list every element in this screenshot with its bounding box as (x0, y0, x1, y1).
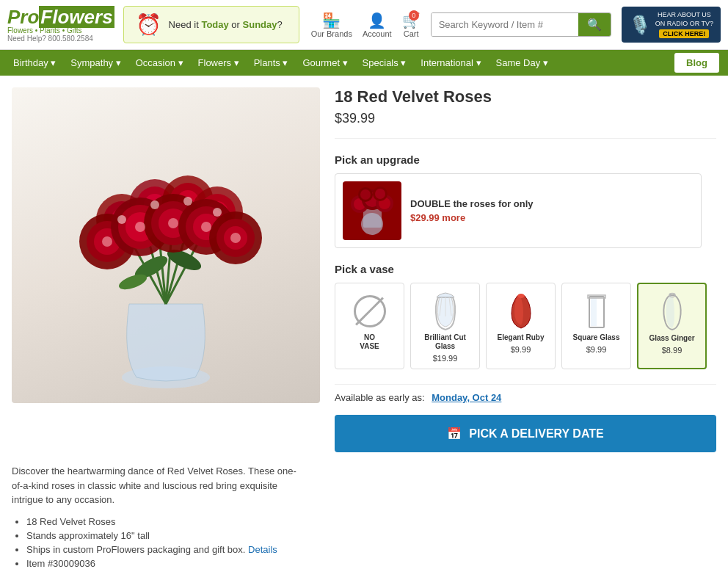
product-bullets: 18 Red Velvet Roses Stands approximately… (26, 516, 296, 569)
nav-item-gourmet[interactable]: Gourmet ▾ (295, 50, 354, 76)
svg-point-37 (117, 215, 126, 224)
logo[interactable]: ProFlowers Flowers • Plants • Gifts Need… (7, 7, 114, 43)
vase-option-ginger[interactable]: Glass Ginger $8.99 (637, 283, 707, 369)
cart-count: 0 (409, 10, 419, 21)
brilliant-vase-svg (431, 290, 460, 333)
bullet-2: Stands approximately 16" tall (26, 530, 296, 541)
upgrade-rose-icon (345, 184, 400, 239)
brands-label: Our Brands (311, 29, 352, 38)
brilliant-vase-price: $19.99 (415, 354, 475, 363)
square-vase-price: $9.99 (567, 345, 626, 354)
availability: Available as early as: Monday, Oct 24 (335, 384, 716, 403)
cart-label: Cart (404, 29, 419, 38)
nav-item-birthday[interactable]: Birthday ▾ (6, 50, 63, 76)
nav-item-same-day[interactable]: Same Day ▾ (489, 50, 556, 76)
bullet-4: Item #30009036 (26, 558, 296, 569)
vase-option-no-vase-label: NOVASE (340, 333, 399, 351)
nav-item-plants[interactable]: Plants ▾ (247, 50, 296, 76)
svg-rect-47 (363, 209, 382, 228)
bullet-1: 18 Red Velvet Roses (26, 516, 296, 527)
vase-options: NOVASE Br (335, 283, 716, 369)
cta-label: PICK A DELIVERY DATE (469, 427, 603, 441)
upgrade-box[interactable]: DOUBLE the roses for only $29.99 more (335, 173, 702, 248)
svg-point-42 (135, 222, 145, 232)
product-description: Discover the heartwarming dance of Red V… (0, 464, 308, 569)
our-brands-link[interactable]: 🏪 Our Brands (311, 12, 352, 38)
nav-item-sympathy[interactable]: Sympathy ▾ (63, 50, 128, 76)
upgrade-title: DOUBLE the roses for only (410, 198, 534, 209)
product-info: 18 Red Velvet Roses $39.99 Pick an upgra… (335, 87, 716, 452)
vase-option-square[interactable]: Square Glass $9.99 (561, 283, 631, 369)
logo-brand: ProFlowers (7, 7, 114, 26)
blog-button[interactable]: Blog (674, 53, 719, 73)
today-link[interactable]: Today (201, 19, 228, 30)
nav: Birthday ▾ Sympathy ▾ Occasion ▾ Flowers… (0, 50, 728, 76)
svg-point-41 (102, 236, 112, 247)
svg-point-57 (375, 189, 385, 199)
ruby-vase-svg (507, 290, 535, 333)
logo-help: Need Help? 800.580.2584 (7, 35, 114, 43)
svg-point-43 (168, 218, 178, 228)
delivery-banner: ⏰ Need it Today or Sunday? (123, 6, 299, 43)
ruby-vase-icon (491, 289, 550, 333)
delivery-text: Need it Today or Sunday? (169, 19, 283, 30)
no-vase-icon (340, 289, 399, 333)
alarm-icon: ⏰ (136, 12, 161, 37)
square-vase-name: Square Glass (567, 333, 626, 342)
upgrade-label: Pick an upgrade (335, 153, 716, 166)
product-title: 18 Red Velvet Roses (335, 87, 716, 106)
search-input[interactable] (432, 13, 578, 36)
nav-item-occasion[interactable]: Occasion ▾ (128, 50, 191, 76)
svg-point-44 (201, 222, 211, 232)
vase-option-brilliant[interactable]: Brilliant CutGlass $19.99 (410, 283, 480, 369)
svg-point-45 (230, 233, 241, 243)
account-link[interactable]: 👤 Account (363, 12, 392, 38)
ginger-vase-name: Glass Ginger (643, 334, 701, 343)
header-right: 🏪 Our Brands 👤 Account 🛒 0 Cart 🔍 🎙️ HEA… (311, 7, 721, 43)
svg-point-39 (183, 197, 192, 206)
ginger-vase-icon (643, 290, 701, 334)
svg-point-61 (517, 294, 525, 298)
nav-item-specials[interactable]: Specials ▾ (355, 50, 414, 76)
radio-banner[interactable]: 🎙️ HEAR ABOUT US ON RADIO OR TV? CLICK H… (622, 7, 721, 43)
availability-label: Available as early as: (335, 392, 425, 403)
description-text: Discover the heartwarming dance of Red V… (12, 464, 296, 507)
ginger-vase-price: $8.99 (643, 346, 701, 355)
nav-item-international[interactable]: International ▾ (413, 50, 488, 76)
details-link[interactable]: Details (248, 544, 277, 555)
vase-label: Pick a vase (335, 263, 716, 275)
ruby-vase-name: Elegant Ruby (491, 333, 550, 342)
ginger-vase-svg (658, 291, 686, 333)
vase-section: Pick a vase NOVASE (335, 263, 716, 369)
upgrade-section: Pick an upgrade (335, 153, 716, 248)
availability-date[interactable]: Monday, Oct 24 (432, 392, 501, 403)
account-icon: 👤 (368, 12, 386, 29)
upgrade-image (343, 181, 401, 240)
brands-icon: 🏪 (322, 12, 341, 29)
pick-delivery-button[interactable]: 📅 PICK A DELIVERY DATE (335, 415, 716, 452)
vase-option-no-vase[interactable]: NOVASE (335, 283, 404, 369)
account-label: Account (363, 29, 392, 38)
brilliant-vase-icon (415, 289, 475, 333)
mic-icon: 🎙️ (629, 15, 651, 35)
vase-option-ruby[interactable]: Elegant Ruby $9.99 (486, 283, 556, 369)
product-image-container (12, 87, 320, 403)
bullet-3: Ships in custom ProFlowers packaging and… (26, 544, 296, 555)
header: ProFlowers Flowers • Plants • Gifts Need… (0, 0, 728, 50)
svg-point-55 (360, 189, 371, 200)
sunday-link[interactable]: Sunday (243, 19, 277, 30)
nav-item-flowers[interactable]: Flowers ▾ (191, 50, 247, 76)
product-price: $39.99 (335, 111, 716, 139)
svg-rect-63 (591, 298, 597, 326)
brilliant-vase-name: Brilliant CutGlass (415, 333, 475, 351)
rose-image (26, 98, 305, 392)
search-button[interactable]: 🔍 (578, 13, 611, 36)
cart-link[interactable]: 🛒 0 Cart (402, 12, 421, 38)
search-bar: 🔍 (431, 12, 611, 37)
calendar-icon: 📅 (447, 427, 462, 441)
svg-point-40 (213, 208, 222, 217)
upgrade-info: DOUBLE the roses for only $29.99 more (410, 198, 534, 223)
radio-cta[interactable]: CLICK HERE! (659, 29, 709, 38)
ruby-vase-price: $9.99 (491, 345, 550, 354)
main-content: 18 Red Velvet Roses $39.99 Pick an upgra… (0, 76, 728, 464)
